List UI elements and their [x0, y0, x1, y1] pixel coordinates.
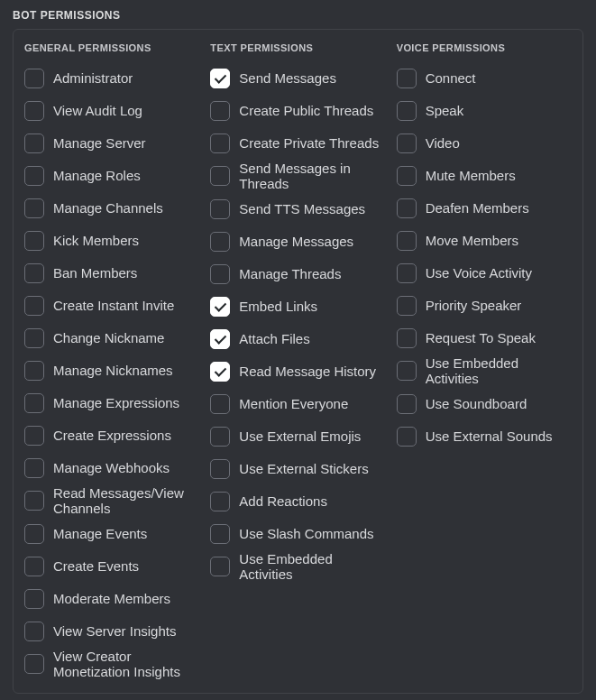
permission-manage-messages[interactable]: Manage Messages [210, 226, 385, 258]
checkbox-create-expressions[interactable] [24, 426, 44, 446]
checkbox-use-slash-commands[interactable] [210, 524, 230, 544]
permission-use-external-emojis[interactable]: Use External Emojis [210, 420, 385, 453]
permission-label-deafen-members[interactable]: Deafen Members [426, 200, 529, 216]
permission-label-moderate-members[interactable]: Moderate Members [53, 591, 170, 606]
permission-label-kick-members[interactable]: Kick Members [53, 233, 139, 248]
checkbox-administrator[interactable] [24, 69, 44, 88]
permission-use-embedded-activities-voice[interactable]: Use Embedded Activities [397, 355, 572, 388]
permission-label-ban-members[interactable]: Ban Members [53, 265, 137, 281]
permission-label-send-messages[interactable]: Send Messages [239, 70, 336, 86]
checkbox-deafen-members[interactable] [397, 198, 417, 218]
permission-label-connect[interactable]: Connect [426, 70, 476, 86]
permission-manage-threads[interactable]: Manage Threads [210, 258, 385, 290]
checkbox-mute-members[interactable] [397, 166, 417, 186]
permission-read-messages-view-channels[interactable]: Read Messages/View Channels [24, 484, 199, 518]
checkbox-change-nickname[interactable] [24, 328, 44, 348]
permission-label-use-external-emojis[interactable]: Use External Emojis [239, 428, 361, 444]
permission-label-view-creator-monetization-insights[interactable]: View Creator Monetization Insights [53, 649, 199, 680]
checkbox-speak[interactable] [397, 101, 417, 121]
permission-mention-everyone[interactable]: Mention Everyone [210, 388, 385, 420]
checkbox-view-creator-monetization-insights[interactable] [24, 654, 44, 674]
permission-administrator[interactable]: Administrator [24, 62, 199, 95]
permission-label-view-server-insights[interactable]: View Server Insights [53, 623, 176, 639]
checkbox-view-audit-log[interactable] [24, 101, 44, 121]
permission-deafen-members[interactable]: Deafen Members [397, 192, 572, 225]
permission-label-use-slash-commands[interactable]: Use Slash Commands [239, 526, 373, 541]
permission-label-send-tts-messages[interactable]: Send TTS Messages [239, 201, 365, 216]
checkbox-video[interactable] [397, 134, 417, 153]
checkbox-create-private-threads[interactable] [210, 134, 230, 153]
permission-label-manage-events[interactable]: Manage Events [53, 526, 147, 541]
permission-manage-roles[interactable]: Manage Roles [24, 160, 199, 192]
permission-mute-members[interactable]: Mute Members [397, 160, 572, 192]
permission-label-manage-expressions[interactable]: Manage Expressions [53, 395, 179, 410]
checkbox-create-instant-invite[interactable] [24, 296, 44, 316]
permission-use-voice-activity[interactable]: Use Voice Activity [397, 257, 572, 290]
checkbox-use-embedded-activities-text[interactable] [210, 557, 230, 576]
permission-label-read-messages-view-channels[interactable]: Read Messages/View Channels [53, 485, 199, 517]
checkbox-manage-expressions[interactable] [24, 393, 44, 413]
checkbox-move-members[interactable] [397, 231, 417, 251]
checkbox-manage-nicknames[interactable] [24, 361, 44, 381]
permission-label-create-private-threads[interactable]: Create Private Threads [239, 135, 379, 151]
permission-create-instant-invite[interactable]: Create Instant Invite [24, 290, 199, 322]
permission-label-change-nickname[interactable]: Change Nickname [53, 330, 164, 345]
permission-label-mention-everyone[interactable]: Mention Everyone [239, 396, 348, 411]
permission-view-audit-log[interactable]: View Audit Log [24, 95, 199, 127]
permission-send-messages[interactable]: Send Messages [210, 62, 385, 95]
permission-label-manage-messages[interactable]: Manage Messages [239, 234, 353, 249]
checkbox-use-external-emojis[interactable] [210, 427, 230, 447]
checkbox-ban-members[interactable] [24, 263, 44, 283]
permission-view-server-insights[interactable]: View Server Insights [24, 615, 199, 648]
permission-label-administrator[interactable]: Administrator [53, 70, 133, 86]
permission-manage-server[interactable]: Manage Server [24, 127, 199, 160]
permission-connect[interactable]: Connect [397, 62, 572, 95]
permission-create-public-threads[interactable]: Create Public Threads [210, 95, 385, 127]
checkbox-create-events[interactable] [24, 557, 44, 576]
permission-label-create-instant-invite[interactable]: Create Instant Invite [53, 298, 174, 313]
checkbox-manage-messages[interactable] [210, 232, 230, 252]
checkbox-view-server-insights[interactable] [24, 622, 44, 641]
checkbox-use-external-sounds[interactable] [397, 427, 417, 447]
checkbox-manage-threads[interactable] [210, 264, 230, 284]
permission-label-add-reactions[interactable]: Add Reactions [239, 493, 327, 509]
permission-moderate-members[interactable]: Moderate Members [24, 583, 199, 615]
permission-use-external-sounds[interactable]: Use External Sounds [397, 420, 572, 453]
permission-create-private-threads[interactable]: Create Private Threads [210, 127, 385, 160]
permission-label-manage-roles[interactable]: Manage Roles [53, 168, 141, 183]
permission-manage-nicknames[interactable]: Manage Nicknames [24, 355, 199, 387]
checkbox-send-messages[interactable] [210, 69, 230, 88]
permission-label-speak[interactable]: Speak [426, 103, 464, 118]
checkbox-embed-links[interactable] [210, 297, 230, 317]
checkbox-use-soundboard[interactable] [397, 394, 417, 414]
checkbox-request-to-speak[interactable] [397, 328, 417, 348]
permission-send-tts-messages[interactable]: Send TTS Messages [210, 193, 385, 226]
checkbox-send-messages-in-threads[interactable] [210, 166, 230, 186]
checkbox-add-reactions[interactable] [210, 492, 230, 511]
permission-label-request-to-speak[interactable]: Request To Speak [426, 330, 536, 345]
permission-manage-webhooks[interactable]: Manage Webhooks [24, 452, 199, 484]
permission-manage-events[interactable]: Manage Events [24, 518, 199, 550]
permission-label-mute-members[interactable]: Mute Members [426, 168, 516, 183]
permission-ban-members[interactable]: Ban Members [24, 257, 199, 290]
checkbox-use-external-stickers[interactable] [210, 459, 230, 479]
checkbox-moderate-members[interactable] [24, 589, 44, 609]
permission-embed-links[interactable]: Embed Links [210, 290, 385, 323]
checkbox-manage-server[interactable] [24, 134, 44, 153]
permission-label-attach-files[interactable]: Attach Files [239, 331, 309, 346]
checkbox-manage-channels[interactable] [24, 198, 44, 218]
permission-label-manage-channels[interactable]: Manage Channels [53, 200, 163, 216]
permission-label-priority-speaker[interactable]: Priority Speaker [426, 298, 522, 313]
checkbox-read-messages-view-channels[interactable] [24, 491, 44, 511]
permission-label-use-embedded-activities-text[interactable]: Use Embedded Activities [239, 551, 385, 583]
permission-label-embed-links[interactable]: Embed Links [239, 299, 317, 314]
permission-request-to-speak[interactable]: Request To Speak [397, 322, 572, 355]
checkbox-create-public-threads[interactable] [210, 101, 230, 121]
permission-priority-speaker[interactable]: Priority Speaker [397, 290, 572, 322]
permission-label-view-audit-log[interactable]: View Audit Log [53, 103, 142, 118]
permission-label-use-external-sounds[interactable]: Use External Sounds [426, 428, 553, 444]
permission-label-video[interactable]: Video [426, 135, 460, 151]
permission-label-move-members[interactable]: Move Members [426, 233, 518, 248]
permission-use-soundboard[interactable]: Use Soundboard [397, 388, 572, 420]
checkbox-manage-events[interactable] [24, 524, 44, 544]
